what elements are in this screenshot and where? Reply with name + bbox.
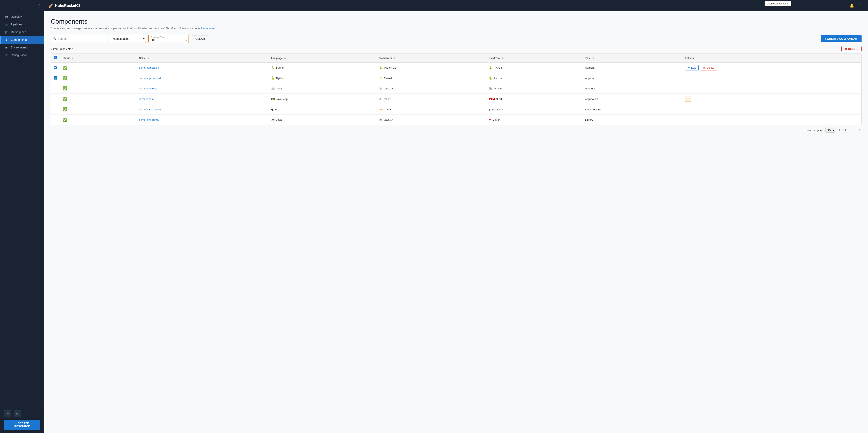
page-title: Components [51,18,862,25]
settings-icon-button[interactable]: ⚙ [14,410,21,417]
component-link-5[interactable]: demo-java-library [139,118,159,121]
row-framework-3: ⚛ React [376,94,486,104]
components-table: Status ⇅ Name ⇅ Language ⇅ [51,54,862,125]
sidebar-item-environments[interactable]: ⊞ Environments [0,44,44,51]
row-checkbox-4[interactable] [54,108,57,111]
settings-icon: ⚙ [16,412,19,415]
notification-button[interactable]: 🔔 [849,2,855,9]
row-select-5[interactable] [51,115,60,125]
delete-button-0[interactable]: 🗑 Delete [700,65,717,70]
sidebar-item-pipelines[interactable]: ▬ Pipelines [0,21,44,28]
action-menu-button-2[interactable]: ⋮ [685,86,691,91]
row-status-1: ✅ [60,73,136,83]
row-type-2: Autotest [582,83,682,94]
row-checkbox-1[interactable] [54,76,57,80]
framework-sort-icon[interactable]: ⇅ [393,57,395,59]
main-area: 🚀 KubeRocketCI ℹ 🔔 ⋮ Open documentation [44,0,868,433]
row-select-4[interactable] [51,104,60,115]
sidebar-header: ❮ [0,0,44,11]
row-select-3[interactable] [51,94,60,104]
row-status-3: ✅ [60,94,136,104]
more-button[interactable]: ⋮ [858,2,864,9]
table-row: ✅ demo-application 🐍 Python 🐍 Python 3.8 [51,63,861,73]
prev-page-button[interactable]: ‹ [851,127,855,133]
content-area: Components Create, view, and manage dive… [44,11,868,433]
row-language-4: ◆ HCL [268,104,376,115]
clear-button[interactable]: CLEAR [191,35,209,42]
filter-bar: 🔍 Namespaces Codebase Type All CLEAR + C… [51,35,862,43]
sidebar-item-overview[interactable]: ▦ Overview [0,13,44,21]
sidebar-nav: ▦ Overview ▬ Pipelines 🛒 Marketplace ◈ C… [0,11,44,407]
type-sort-icon[interactable]: ⇅ [592,57,594,59]
action-menu-button-3[interactable]: ⋮ [685,96,691,102]
configuration-icon: ⚙ [5,53,8,57]
search-input[interactable] [58,37,94,40]
sidebar-item-marketplace[interactable]: 🛒 Marketplace [0,28,44,36]
next-page-button[interactable]: › [858,127,862,133]
row-build-tool-3: NPM NPM [486,94,582,104]
codebase-type-label: Codebase Type [149,36,188,38]
search-wrapper: 🔍 [51,35,107,43]
row-framework-2: ☕ Java 17 [376,83,486,94]
build-tool-sort-icon[interactable]: ⇅ [502,57,503,59]
delete-icon-0: 🗑 [703,66,706,69]
action-menu-button-1[interactable]: ⋮ [685,76,691,81]
row-select-1[interactable] [51,73,60,83]
info-button[interactable]: ℹ [840,2,846,9]
row-status-0: ✅ [60,63,136,73]
pipelines-icon: ▬ [5,23,8,26]
row-framework-1: ⚡ FastAPI [376,73,486,83]
action-menu-button-4[interactable]: ⋮ [685,107,691,112]
delete-selected-button[interactable]: 🗑 DELETE [841,46,862,52]
codebase-type-select[interactable]: All [149,38,188,42]
row-select-2[interactable] [51,83,60,94]
edit-icon-button[interactable]: ✏ [4,410,11,417]
row-checkbox-0[interactable] [54,66,57,69]
learn-more-link[interactable]: Learn more. [201,27,215,30]
app-logo: 🚀 KubeRocketCI [49,3,80,8]
row-checkbox-2[interactable] [54,87,57,90]
row-build-tool-2: 🐘 Gradle [486,83,582,94]
edit-button-0[interactable]: ✏ Edit [685,65,699,70]
component-link-1[interactable]: demo-application-2 [139,77,161,80]
row-name-3: js-react-npm [136,94,268,104]
language-sort-icon[interactable]: ⇅ [284,57,286,59]
sidebar-item-label-configuration: Configuration [11,54,27,57]
action-menu-button-5[interactable]: ⋮ [685,117,691,122]
rows-per-page-label: Rows per page: [806,128,824,132]
sidebar-collapse-button[interactable]: ❮ [36,3,42,8]
row-checkbox-5[interactable] [54,118,57,121]
pagination-bar: Rows per page: 15 1–6 of 6 ‹ › [51,125,862,134]
namespace-select[interactable]: Namespaces [110,35,146,43]
rocket-icon: 🚀 [49,3,54,8]
bell-icon: 🔔 [850,3,854,8]
select-all-checkbox[interactable] [54,56,57,59]
component-link-0[interactable]: demo-application [139,66,159,69]
rows-per-page: Rows per page: 15 [806,127,835,133]
codebase-type-wrapper: Codebase Type All [148,35,189,43]
name-sort-icon[interactable]: ⇅ [147,57,149,59]
status-sort-icon[interactable]: ⇅ [71,57,73,59]
search-icon: 🔍 [53,37,57,40]
selection-count: 2 item(s) selected [51,48,73,51]
component-link-2[interactable]: demo-autotests [139,87,157,90]
row-select-0[interactable] [51,63,60,73]
row-actions-3: ⋮ [682,94,861,104]
row-framework-5: ☕ Java 17 [376,115,486,125]
sidebar-item-components[interactable]: ◈ Components [0,36,44,44]
inline-actions-0: ✏ Edit 🗑 Delete [685,65,859,70]
header-select-all[interactable] [51,54,60,63]
components-icon: ◈ [5,38,8,41]
create-resource-button[interactable]: + CREATE RESOURCE [4,420,40,430]
create-component-button[interactable]: + CREATE COMPONENT [820,35,862,42]
sidebar-item-configuration[interactable]: ⚙ Configuration [0,51,44,59]
edit-icon: ✏ [7,412,9,415]
row-actions-2: ⋮ [682,83,861,94]
rows-per-page-select[interactable]: 15 [826,127,835,133]
component-link-3[interactable]: js-react-npm [139,97,154,100]
status-icon-1: ✅ [63,76,67,80]
status-icon-2: ✅ [63,86,67,90]
row-checkbox-3[interactable] [54,97,57,100]
component-link-4[interactable]: demo-infrastucture [139,108,161,111]
sidebar-item-label-overview: Overview [11,15,22,18]
